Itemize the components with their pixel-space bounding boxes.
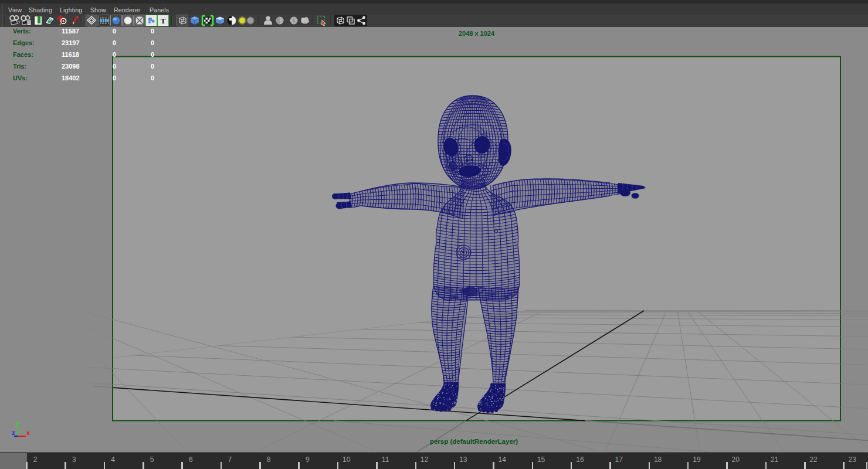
svg-text:y: y bbox=[16, 420, 20, 427]
svg-text:x: x bbox=[26, 429, 30, 436]
svg-text:T: T bbox=[161, 16, 166, 25]
svg-text:z: z bbox=[12, 429, 15, 436]
